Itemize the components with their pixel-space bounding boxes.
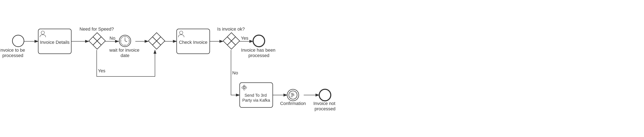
svg-point-35	[289, 91, 297, 99]
label-is-invoice-ok: Is invoice ok?	[217, 26, 244, 32]
timer-event	[119, 35, 131, 47]
label-no2: No	[232, 70, 238, 76]
svg-text:Check Invoice: Check Invoice	[179, 40, 208, 45]
svg-point-26	[253, 35, 265, 47]
label-timer: wait for invoice date	[109, 48, 141, 58]
start-event	[12, 35, 24, 47]
send-kafka-task: Send To 3rd Party via Kafka	[240, 83, 273, 108]
label-end2: Invoice not processed	[314, 101, 337, 112]
gateway2-exclusive	[148, 33, 165, 49]
label-start: Invoice to be processed	[0, 48, 26, 58]
label-yes2: Yes	[241, 36, 248, 41]
end-event-processed	[253, 35, 265, 47]
confirmation-event	[287, 89, 299, 101]
label-need-for-speed: Need for Speed?	[80, 26, 114, 32]
end-event-not-processed	[319, 89, 331, 101]
gateway1-exclusive	[89, 33, 105, 49]
svg-text:Invoice Details: Invoice Details	[40, 40, 70, 45]
svg-point-40	[319, 89, 331, 101]
svg-point-2	[12, 35, 24, 47]
bpmn-diagram: No Yes Yes No Invoice to be process	[0, 0, 644, 137]
label-confirmation: Confirmation	[280, 101, 306, 106]
label-end1: Invoice has been processed	[241, 48, 277, 58]
check-invoice-task: Check Invoice	[177, 29, 210, 54]
gateway3-exclusive	[223, 33, 240, 49]
label-yes1: Yes	[98, 68, 105, 73]
label-no1: No	[110, 36, 115, 41]
invoice-details-task: Invoice Details	[38, 29, 71, 54]
